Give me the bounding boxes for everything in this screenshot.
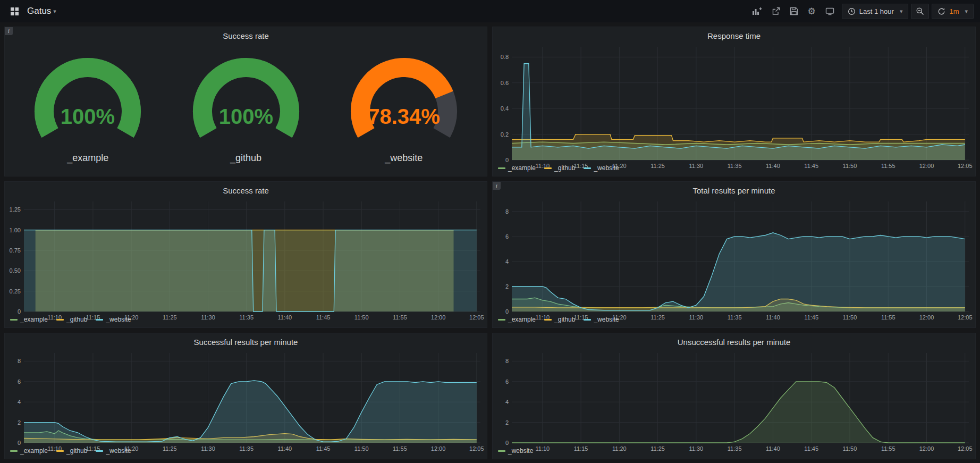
legend-item-_github[interactable]: _github <box>56 447 87 454</box>
series-area-_website <box>512 233 965 312</box>
legend-item-_example[interactable]: _example <box>10 447 48 454</box>
y-tick-label: 4 <box>18 399 21 405</box>
legend-item-_website[interactable]: _website <box>96 447 131 454</box>
panel-unsuccessful-results: Unsuccessful results per minute 11:1011:… <box>492 333 976 459</box>
legend-item-_example[interactable]: _example <box>498 316 536 323</box>
refresh-picker[interactable]: 1m ▾ <box>932 4 974 19</box>
refresh-icon <box>937 7 945 15</box>
gear-icon: ⚙ <box>808 7 816 16</box>
share-dashboard-button[interactable] <box>767 5 785 18</box>
legend-label: _github <box>66 447 87 454</box>
y-tick-label: 1.00 <box>10 227 21 233</box>
legend-label: _github <box>66 316 87 323</box>
panel-response-time: Response time 11:1011:1511:2011:2511:301… <box>492 27 976 176</box>
chart-svg-unsuccessful_results: 11:1011:1511:2011:2511:3011:3511:4011:45… <box>493 348 975 453</box>
y-tick-label: 6 <box>505 233 509 240</box>
y-tick-label: 6 <box>505 378 509 385</box>
gauge-label: _example <box>67 153 108 164</box>
legend-unsuccessful-results: _website <box>493 446 975 459</box>
panel-title[interactable]: Success rate <box>5 182 487 196</box>
legend-successful-results: _example_github_website <box>5 446 487 459</box>
legend-item-_example[interactable]: _example <box>498 164 536 172</box>
legend-swatch-icon <box>96 450 103 452</box>
chart-response-time[interactable]: 11:1011:1511:2011:2511:3011:3511:4011:45… <box>493 41 975 163</box>
y-tick-label: 6 <box>18 378 21 385</box>
apps-grid-icon <box>10 7 19 16</box>
y-tick-label: 0.75 <box>10 247 21 254</box>
legend-response-time: _example_github_website <box>493 163 975 176</box>
legend-swatch-icon <box>584 319 591 321</box>
navbar: Gatus ▾ ⚙ <box>0 0 980 22</box>
chart-success-rate[interactable]: 11:1011:1511:2011:2511:3011:3511:4011:45… <box>5 196 487 315</box>
chevron-down-icon: ▾ <box>900 8 903 15</box>
legend-swatch-icon <box>584 167 591 169</box>
chart-svg-total_results: 11:1011:1511:2011:2511:3011:3511:4011:45… <box>493 196 975 322</box>
legend-item-_website[interactable]: _website <box>96 316 131 323</box>
y-tick-label: 0 <box>505 157 509 163</box>
panel-title[interactable]: Unsuccessful results per minute <box>493 333 975 348</box>
panel-info-icon[interactable]: i <box>5 27 13 35</box>
gauge-_github: 100%_github <box>171 54 321 164</box>
legend-item-_github[interactable]: _github <box>56 316 87 323</box>
legend-label: _website <box>594 316 619 323</box>
panel-title[interactable]: Successful results per minute <box>5 333 487 348</box>
chart-successful-results[interactable]: 11:1011:1511:2011:2511:3011:3511:4011:45… <box>5 348 487 446</box>
legend-success-rate: _example_github_website <box>5 315 487 327</box>
legend-swatch-icon <box>56 319 64 321</box>
y-tick-label: 0.6 <box>501 80 509 86</box>
add-panel-icon <box>752 7 762 15</box>
series-area-_website <box>24 381 477 443</box>
legend-item-_github[interactable]: _github <box>544 316 575 323</box>
panel-title[interactable]: Success rate <box>5 27 487 41</box>
gauge-row: 100%_example100%_github78.34%_website <box>5 41 487 176</box>
gauge-label: _github <box>230 153 261 164</box>
legend-label: _example <box>508 316 536 323</box>
dashboard-title-dropdown[interactable]: Gatus ▾ <box>27 6 56 16</box>
legend-item-_website[interactable]: _website <box>584 316 619 323</box>
legend-item-_github[interactable]: _github <box>544 164 575 172</box>
gauge-value-text: 100% <box>61 105 115 128</box>
dashboard-grid: i Success rate 100%_example100%_github78… <box>0 22 980 463</box>
legend-label: _github <box>554 316 575 323</box>
y-tick-label: 8 <box>18 358 21 364</box>
gauge-arc-svg: 78.34% <box>329 54 479 151</box>
legend-swatch-icon <box>10 450 18 452</box>
legend-label: _example <box>20 316 48 323</box>
chevron-down-icon: ▾ <box>53 8 56 15</box>
y-tick-label: 0 <box>505 308 509 315</box>
legend-item-_website[interactable]: _website <box>498 447 533 454</box>
legend-item-_website[interactable]: _website <box>584 164 619 172</box>
y-tick-label: 0.8 <box>501 54 509 60</box>
zoom-out-button[interactable] <box>911 4 929 19</box>
time-range-label: Last 1 hour <box>859 7 894 15</box>
chart-svg-success_rate: 11:1011:1511:2011:2511:3011:3511:4011:45… <box>5 196 487 322</box>
y-tick-label: 8 <box>505 208 509 215</box>
dashboard-settings-button[interactable]: ⚙ <box>803 5 821 18</box>
y-tick-label: 4 <box>505 258 509 265</box>
series-line-_website <box>512 382 965 443</box>
gauge-_example: 100%_example <box>13 54 163 164</box>
legend-label: _website <box>106 447 131 454</box>
gauge-_website: 78.34%_website <box>329 54 479 164</box>
time-range-picker[interactable]: Last 1 hour ▾ <box>842 4 909 19</box>
legend-item-_example[interactable]: _example <box>10 316 48 323</box>
panel-info-icon[interactable]: i <box>493 182 501 190</box>
chart-total-results[interactable]: 11:1011:1511:2011:2511:3011:3511:4011:45… <box>493 196 975 315</box>
legend-label: _website <box>106 316 131 323</box>
panel-title[interactable]: Total results per minute <box>493 182 975 196</box>
legend-swatch-icon <box>10 319 18 321</box>
cycle-view-button[interactable] <box>821 5 839 18</box>
y-tick-label: 0.50 <box>10 267 21 274</box>
panel-title[interactable]: Response time <box>493 27 975 41</box>
y-tick-label: 2 <box>505 419 509 426</box>
legend-swatch-icon <box>498 450 505 452</box>
chart-unsuccessful-results[interactable]: 11:1011:1511:2011:2511:3011:3511:4011:45… <box>493 348 975 446</box>
legend-label: _website <box>594 164 619 172</box>
legend-swatch-icon <box>96 319 103 321</box>
y-tick-label: 2 <box>18 419 21 426</box>
save-dashboard-button[interactable] <box>785 5 803 18</box>
legend-swatch-icon <box>544 167 552 169</box>
legend-label: _github <box>554 164 575 172</box>
dashboard-picker-button[interactable] <box>5 5 24 18</box>
add-panel-button[interactable] <box>747 5 767 18</box>
